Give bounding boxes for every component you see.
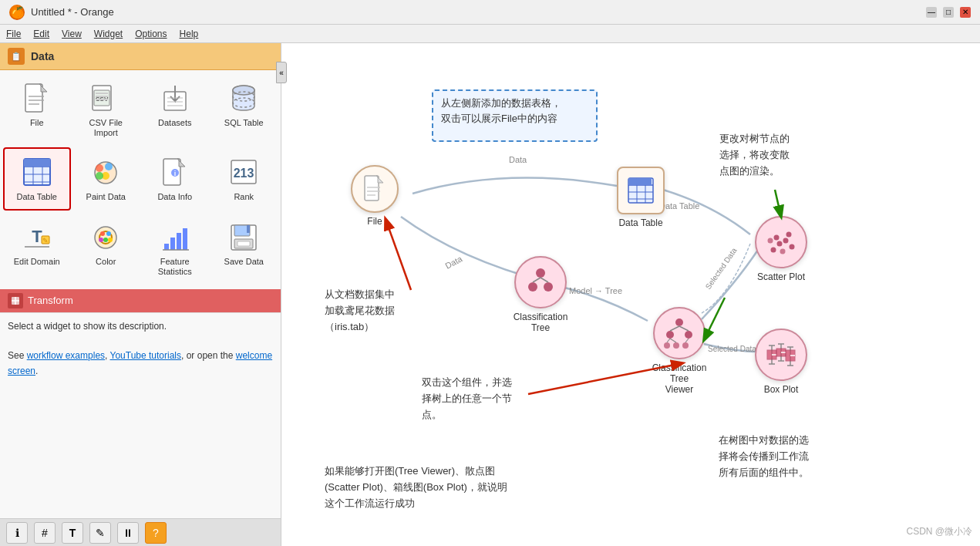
widget-feature-statistics[interactable]: Feature Statistics	[141, 212, 209, 285]
svg-rect-80	[628, 178, 637, 185]
sidebar-toggle[interactable]: «	[276, 62, 287, 83]
widget-color[interactable]: Color	[72, 212, 140, 285]
annotation-top-box: 从左侧新添加的数据表格，双击可以展示File中的内容	[432, 89, 598, 142]
svg-marker-1	[39, 84, 47, 92]
pause-button[interactable]: ⏸	[117, 522, 139, 544]
svg-point-104	[790, 244, 795, 250]
file-node-label: File	[367, 216, 382, 227]
menu-options[interactable]: Options	[135, 29, 167, 39]
widget-paint-label: Paint Data	[86, 192, 126, 202]
widget-edit-domain[interactable]: T ✎ Edit Domain	[3, 212, 71, 285]
save-data-icon	[227, 220, 261, 254]
minimize-button[interactable]: —	[926, 7, 937, 18]
data-info-icon: i	[158, 155, 192, 189]
data-table-circle	[617, 167, 665, 214]
annotation-top-right: 更改对树节点的选择，将改变散点图的渲染。	[719, 131, 790, 179]
svg-line-95	[679, 326, 689, 331]
svg-rect-82	[645, 178, 652, 185]
maximize-button[interactable]: □	[943, 7, 954, 18]
widget-file[interactable]: File	[3, 73, 71, 146]
svg-rect-9	[96, 96, 108, 97]
scatter-plot-circle	[755, 216, 807, 268]
widget-paint-data[interactable]: Paint Data	[72, 147, 140, 210]
svg-point-100	[777, 241, 783, 247]
widget-save-data[interactable]: Save Data	[210, 212, 278, 285]
text-button[interactable]: T	[62, 522, 83, 544]
annotation-left: 从文档数据集中加载鸢尾花数据（iris.tab）	[325, 287, 395, 335]
svg-line-87	[541, 278, 548, 282]
edit-button[interactable]: ✎	[89, 522, 111, 544]
svg-point-89	[666, 331, 674, 339]
help-button[interactable]: ?	[145, 522, 167, 544]
info-button[interactable]: ℹ	[6, 522, 28, 544]
csv-icon: CSV	[89, 81, 123, 115]
close-button[interactable]: ✕	[960, 7, 971, 18]
widget-rank[interactable]: 213 Rank	[210, 147, 278, 210]
svg-text:Data Table: Data Table	[659, 201, 699, 211]
youtube-tutorials-link[interactable]: YouTube tutorials	[110, 350, 182, 361]
paint-icon	[89, 155, 123, 189]
svg-rect-51	[170, 238, 175, 250]
menu-edit[interactable]: Edit	[33, 29, 49, 39]
transform-icon	[8, 293, 23, 308]
svg-rect-25	[24, 159, 33, 167]
menu-view[interactable]: View	[62, 29, 82, 39]
box-plot-node[interactable]: Box Plot	[755, 329, 807, 395]
menu-widget[interactable]: Widget	[94, 29, 123, 39]
transform-section[interactable]: Transform	[0, 289, 281, 312]
classification-tree-viewer-node[interactable]: Classification Tree Viewer	[648, 307, 710, 395]
svg-line-97	[670, 339, 676, 342]
watermark: CSDN @微小冷	[906, 525, 972, 538]
svg-rect-50	[164, 244, 169, 250]
widget-datasets[interactable]: Datasets	[141, 73, 209, 146]
svg-point-83	[536, 268, 545, 278]
annotation-bottom-left: 双击这个组件，并选择树上的任意一个节点。	[422, 375, 512, 423]
svg-point-29	[96, 164, 103, 172]
edit-domain-icon: T ✎	[20, 220, 54, 254]
svg-point-47	[103, 238, 108, 242]
widget-grid: File CSV CSV File Import	[0, 70, 281, 288]
svg-point-101	[774, 235, 780, 241]
svg-text:Selected Data: Selected Data	[704, 246, 739, 291]
svg-rect-81	[637, 178, 645, 185]
svg-point-32	[96, 172, 103, 180]
menubar: File Edit View Widget Options Help	[0, 25, 980, 43]
svg-point-106	[768, 238, 773, 244]
svg-rect-27	[42, 159, 50, 167]
classification-tree-node[interactable]: Classification Tree	[510, 256, 571, 333]
svg-text:T: T	[32, 227, 42, 246]
main-layout: 📋 Data File	[0, 43, 980, 546]
svg-text:Selected Data: Selected Data	[708, 345, 756, 353]
svg-line-98	[685, 339, 689, 342]
widget-sql-label: SQL Table	[224, 118, 264, 128]
svg-text:i: i	[173, 170, 176, 177]
app-icon: 🍊	[9, 5, 25, 20]
widget-sql-table[interactable]: SQL Table	[210, 73, 278, 146]
svg-point-88	[675, 318, 683, 326]
canvas-area[interactable]: Data Data Data Table Model → Tree Select…	[281, 43, 980, 546]
svg-rect-57	[247, 225, 250, 233]
widget-edit-label: Edit Domain	[14, 257, 60, 267]
workflow-examples-link[interactable]: workflow examples	[27, 350, 105, 361]
classification-tree-circle	[514, 256, 567, 308]
widget-feature-stats-label: Feature Statistics	[158, 257, 192, 277]
hash-button[interactable]: #	[34, 522, 56, 544]
menu-help[interactable]: Help	[180, 29, 199, 39]
scatter-plot-node[interactable]: Scatter Plot	[755, 216, 807, 282]
svg-point-84	[528, 282, 537, 292]
svg-line-94	[670, 326, 679, 331]
widget-data-info[interactable]: i Data Info	[141, 147, 209, 210]
svg-point-103	[786, 232, 792, 238]
data-table-node[interactable]: Data Table	[617, 167, 665, 228]
widget-data-table[interactable]: Data Table	[3, 147, 71, 210]
widget-csv-file-import[interactable]: CSV CSV File Import	[72, 73, 140, 146]
widget-rank-label: Rank	[234, 192, 254, 202]
menu-file[interactable]: File	[6, 29, 21, 39]
svg-rect-59	[237, 241, 250, 246]
svg-text:✎: ✎	[42, 237, 49, 244]
category-header: 📋 Data	[0, 43, 281, 70]
svg-rect-52	[177, 233, 181, 250]
widget-color-label: Color	[96, 257, 116, 267]
svg-rect-53	[183, 228, 187, 250]
file-node[interactable]: File	[351, 165, 399, 227]
